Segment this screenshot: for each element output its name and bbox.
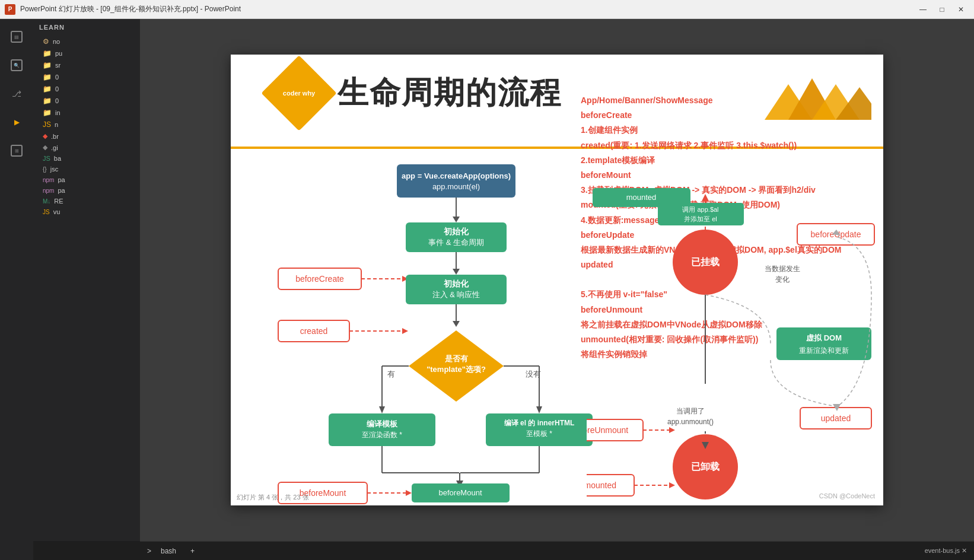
- svg-text:当调用了: 当调用了: [676, 407, 705, 415]
- explorer-item-in[interactable]: 📁 in: [33, 107, 140, 119]
- item-label-0a: 0: [55, 74, 59, 81]
- svg-marker-34: [379, 406, 385, 413]
- terminal-bar: > bash + event-bus.js ✕: [140, 541, 974, 560]
- svg-text:beforeMount: beforeMount: [439, 488, 482, 497]
- item-label: no: [53, 38, 60, 45]
- sidebar-icon-extensions[interactable]: ⊞: [4, 138, 30, 164]
- slide: coder why 生命周期的流程 App/Home/Banner/ShowMe…: [231, 55, 883, 505]
- slide-page-number: 幻灯片 第 4 张，共 23 张: [237, 493, 309, 502]
- svg-text:并添加至 el: 并添加至 el: [684, 215, 717, 222]
- svg-text:updated: updated: [821, 413, 851, 423]
- maximize-button[interactable]: □: [934, 3, 950, 16]
- svg-text:虚拟 DOM: 虚拟 DOM: [806, 333, 842, 342]
- folder-icon-pu: 📁: [43, 49, 52, 58]
- search-icon: 🔍: [11, 59, 23, 71]
- svg-text:当数据发生: 当数据发生: [765, 265, 800, 273]
- svg-text:注入 & 响应性: 注入 & 响应性: [432, 290, 480, 299]
- right-lifecycle: 已挂载 mounted 当数据发生 变化 beforeUpdate 虚拟 DOM…: [587, 152, 883, 505]
- svg-rect-4: [397, 164, 515, 198]
- item-label-pu: pu: [55, 50, 62, 57]
- svg-text:app = Vue.createApp(options): app = Vue.createApp(options): [402, 171, 511, 180]
- explorer-item-pa2[interactable]: npm pa: [33, 185, 140, 196]
- activity-bar: ▤ 🔍 ⎇ ▶ ⊞: [0, 19, 33, 560]
- explorer-item-jsc[interactable]: {} jsc: [33, 164, 140, 174]
- svg-text:beforeCreate: beforeCreate: [295, 274, 344, 284]
- watermark: CSDN @CodeNect: [816, 491, 878, 501]
- sidebar-icon-git[interactable]: ⎇: [4, 81, 30, 107]
- explorer-item-pu[interactable]: 📁 pu: [33, 47, 140, 59]
- explorer-item-jsn[interactable]: JS n: [33, 119, 140, 131]
- explorer-item-sr[interactable]: 📁 sr: [33, 59, 140, 71]
- svg-text:app.unmount(): app.unmount(): [667, 418, 714, 426]
- folder-icon-0a: 📁: [43, 73, 52, 81]
- item-label-0c: 0: [55, 97, 59, 104]
- item-label-br: .br: [51, 133, 59, 140]
- svg-text:有: 有: [387, 370, 395, 378]
- svg-marker-22: [453, 321, 460, 327]
- svg-rect-38: [329, 413, 435, 446]
- slide-header: coder why 生命周期的流程: [272, 66, 562, 120]
- logo-diamond: coder why: [261, 55, 336, 131]
- svg-text:编译模板: 编译模板: [367, 419, 398, 428]
- file-explorer: LEARN ⚙ no 📁 pu 📁 sr 📁 0 📁 0 📁 0 📁 in JS…: [33, 19, 140, 541]
- svg-text:已卸载: 已卸载: [691, 462, 720, 472]
- explorer-item-0a[interactable]: 📁 0: [33, 71, 140, 83]
- item-label-0b: 0: [55, 85, 59, 93]
- explorer-item-jsvu[interactable]: JS vu: [33, 206, 140, 217]
- item-label-gi: .gi: [51, 144, 58, 151]
- svg-rect-66: [776, 327, 871, 360]
- git-icon: ⎇: [11, 88, 23, 100]
- sidebar-icon-search[interactable]: 🔍: [4, 52, 30, 78]
- explorer-item-br[interactable]: ◆ .br: [33, 131, 140, 142]
- terminal-add[interactable]: +: [190, 547, 195, 555]
- sidebar-icon-debug[interactable]: ▶: [4, 109, 30, 135]
- explorer-item-no[interactable]: ⚙ no: [33, 36, 140, 47]
- item-label-jsvu: vu: [53, 208, 61, 215]
- svg-text:调用 app.$al: 调用 app.$al: [682, 206, 718, 213]
- window-title: PowerPoint 幻灯片放映 - [09_组件化-额外知识补充.pptx] …: [20, 4, 241, 14]
- line-1: 1.创建组件实例: [581, 123, 865, 138]
- svg-marker-37: [536, 406, 542, 413]
- svg-text:至渲染函数 *: 至渲染函数 *: [362, 431, 402, 439]
- svg-text:mounted: mounted: [626, 193, 657, 202]
- item-label-pa1: pa: [58, 176, 65, 183]
- explorer-item-0b[interactable]: 📁 0: [33, 83, 140, 95]
- title-bar-controls[interactable]: — □ ✕: [915, 3, 969, 16]
- explorer-item-gi[interactable]: ◆ .gi: [33, 142, 140, 153]
- svg-marker-87: [669, 482, 675, 488]
- extensions-icon: ⊞: [11, 145, 23, 157]
- terminal-prompt: >: [147, 547, 151, 555]
- close-button[interactable]: ✕: [953, 3, 969, 16]
- main-content: coder why 生命周期的流程 App/Home/Banner/ShowMe…: [140, 19, 974, 541]
- svg-text:unmounted: unmounted: [587, 481, 616, 490]
- line-path: App/Home/Banner/ShowMessage: [581, 93, 865, 108]
- folder-icon: ⚙: [43, 37, 49, 46]
- sidebar-icon-files[interactable]: ▤: [4, 24, 30, 50]
- folder-icon-in: 📁: [43, 109, 52, 117]
- md-icon: M↓: [43, 198, 50, 205]
- explorer-item-ba[interactable]: JS ba: [33, 153, 140, 164]
- folder-icon-0b: 📁: [43, 85, 52, 93]
- logo-text: coder why: [283, 89, 315, 97]
- explorer-item-0c[interactable]: 📁 0: [33, 95, 140, 107]
- right-panel-label: event-bus.js ✕: [925, 547, 967, 555]
- explorer-item-pa1[interactable]: npm pa: [33, 174, 140, 185]
- item-label-re: RE: [54, 198, 63, 205]
- files-icon: ▤: [11, 31, 23, 43]
- line-beforecreate: beforeCreate: [581, 108, 865, 123]
- explorer-item-re[interactable]: M↓ RE: [33, 196, 140, 206]
- svg-text:重新渲染和更新: 重新渲染和更新: [799, 346, 849, 355]
- svg-text:"template"选项?: "template"选项?: [426, 365, 486, 374]
- terminal-label: bash: [161, 547, 176, 555]
- svg-text:已挂载: 已挂载: [691, 257, 720, 267]
- minimize-button[interactable]: —: [915, 3, 931, 16]
- svg-text:至模板 *: 至模板 *: [526, 429, 552, 438]
- file-icon-gi: ◆: [43, 144, 47, 151]
- file-icon-br: ◆: [43, 132, 47, 140]
- svg-text:app.mount(el): app.mount(el): [432, 182, 480, 191]
- powerpoint-icon: P: [5, 4, 15, 15]
- svg-marker-83: [669, 427, 675, 433]
- item-label-pa2: pa: [58, 187, 65, 194]
- item-label-in: in: [55, 109, 61, 116]
- item-label-sr: sr: [55, 62, 61, 69]
